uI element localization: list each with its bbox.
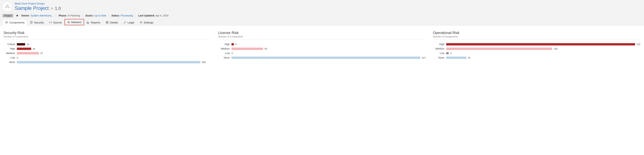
details-icon [106,21,108,24]
bar-row: Low0 [218,52,426,55]
bar-value: 3 [450,52,451,55]
tabs-row: Components Security Source Malware Repor… [2,19,642,25]
meta-updated-label: Last Updated: [138,14,155,17]
bar-track: 309 [17,61,211,64]
star-icon[interactable]: ★ [16,13,19,17]
svg-point-5 [6,23,6,23]
bar-track: 53 [232,47,426,50]
tab-label: Settings [144,21,154,24]
bug-icon [67,21,70,24]
meta-updated-value: Apr 4, 2024 [156,14,168,17]
title-row: Black Duck Project Groups Sample Project… [2,2,642,12]
breadcrumb-group-link[interactable]: Black Duck Project Groups [15,2,61,5]
project-name-link[interactable]: Sample Project [15,5,49,11]
panel-subtitle: Number of Components [433,35,640,38]
bar-track: 24 [17,47,211,50]
tab-reports[interactable]: Reports [84,19,103,25]
meta-status-value[interactable]: Processing [120,14,133,17]
panel-title: Operational Risk [433,31,640,35]
meta-phase: Phase: In Planning [58,14,80,17]
bar-track: 0 [232,52,426,55]
bar-fill [232,48,263,50]
list-icon [5,21,8,24]
bar-row: Medium37 [4,52,211,55]
bar-category-label: None [433,56,444,59]
meta-scans-label: Scans: [85,14,94,17]
bar-row: Critical14 [4,43,211,46]
code-icon [49,21,52,24]
shield-icon [30,21,33,24]
bar-value: 14 [26,43,29,46]
tab-label: Source [53,21,62,24]
bar-category-label: High [4,47,15,50]
bar-track: 0 [17,56,211,59]
bar-fill [446,48,552,50]
meta-separator [82,14,83,17]
bar-fill [446,43,635,45]
bar-track: 3 [446,52,640,55]
tab-components[interactable]: Components [2,19,27,25]
meta-phase-label: Phase: [58,14,67,17]
bar-category-label: Low [218,52,230,55]
tab-legal[interactable]: Legal [121,19,137,25]
bar-value: 327 [422,56,426,59]
tab-source[interactable]: Source [46,19,64,25]
panel-title: Security Risk [4,31,211,35]
panel-subtitle: Number of Components [218,35,426,38]
bar-track: 4 [232,43,426,46]
bar-row: Low3 [433,52,640,55]
bar-value: 309 [202,61,206,64]
bar-row: High24 [4,47,211,50]
meta-row: Project ★ Owner: System Administra... Ph… [2,12,642,19]
bar-row: None309 [4,61,211,64]
meta-separator [109,14,109,17]
svg-point-8 [68,22,69,22]
bar-track: 327 [232,56,426,59]
meta-owner-value[interactable]: System Administra... [31,14,54,17]
bar-fill [232,57,420,59]
bar-value: 0 [232,52,233,55]
bar-value: 53 [264,47,267,50]
bar-track: 126 [446,47,640,50]
project-badge: Project [2,14,13,17]
tab-details[interactable]: Details [103,19,121,25]
meta-status-label: Status: [112,14,120,17]
svg-point-21 [141,22,142,23]
chart-icon [87,21,90,24]
tab-security[interactable]: Security [27,19,46,25]
meta-owner: Owner: System Administra... [21,14,54,17]
project-version: 1.0 [55,6,61,11]
meta-owner-label: Owner: [21,14,30,17]
gear-icon [140,21,142,24]
meta-scans-value[interactable]: Up to Date [94,14,106,17]
meta-separator [136,14,136,17]
bar-track: 24 [446,56,640,59]
tab-settings[interactable]: Settings [137,19,156,25]
bar-fill [17,52,39,54]
tab-label: Components [9,21,24,24]
bar-row: Medium126 [433,47,640,50]
svg-point-7 [31,23,32,23]
tab-label: Reports [91,21,100,24]
svg-line-10 [68,21,68,21]
bar-row: None24 [433,56,640,59]
bar-value: 24 [32,47,35,50]
tab-label: Malware [71,20,82,24]
bar-fill [446,57,466,59]
bar-fill [17,61,200,63]
bar-track: 37 [17,52,211,55]
breadcrumb-main: Sample Project > 1.0 [15,5,61,11]
bar-row: High4 [218,43,426,46]
panel-subtitle: Number of Components [4,35,211,38]
bar-value: 231 [636,43,640,46]
bar-row: High231 [433,43,640,46]
operational-risk-panel: Operational Risk Number of Components Hi… [433,31,640,65]
meta-phase-value: In Planning [68,14,80,17]
bar-row: Low0 [4,56,211,59]
page-header: Black Duck Project Groups Sample Project… [0,0,644,25]
bar-value: 24 [468,56,470,59]
bar-fill [446,52,449,54]
tab-malware[interactable]: Malware [64,19,84,25]
tab-label: Security [34,21,44,24]
bar-category-label: None [218,56,230,59]
